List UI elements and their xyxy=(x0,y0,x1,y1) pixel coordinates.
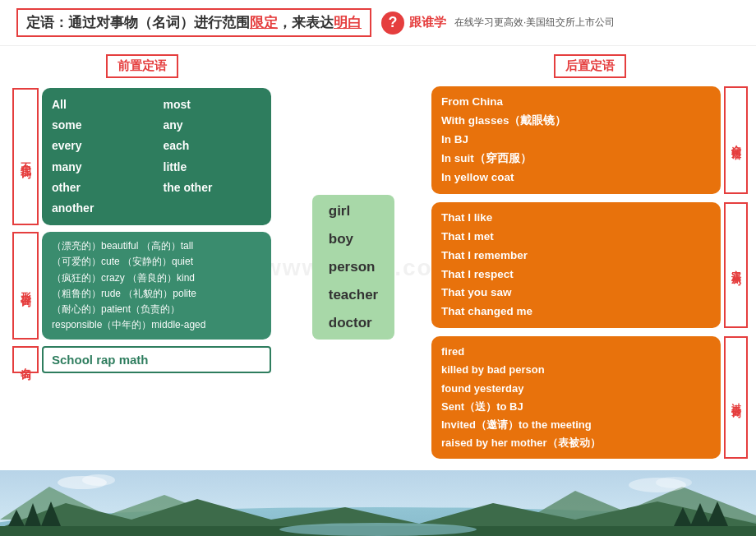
prep-3: In BJ xyxy=(441,131,711,150)
pronoun-some: some xyxy=(52,115,150,136)
clause-2: That I met xyxy=(441,228,711,247)
adj-4: （粗鲁的）rude （礼貌的）polite xyxy=(52,286,261,302)
noun-content: School rap math xyxy=(42,346,271,373)
prep-4: In suit（穿西服） xyxy=(441,150,711,169)
pronoun-many: many xyxy=(52,157,150,178)
main-content: 前置定语 不定代词 Allmost someany everyeach many… xyxy=(0,46,756,536)
center-panel: girl boy person teacher doctor xyxy=(279,46,427,536)
pronoun-another: another xyxy=(52,198,261,219)
pronoun-grid: Allmost someany everyeach manylittle oth… xyxy=(52,95,261,219)
past-2: killed by bad person xyxy=(441,361,711,379)
adj-block: 形容词 （漂亮的）beautiful （高的）tall （可爱的）cute （安… xyxy=(12,232,271,340)
logo-sub: 在线学习更高效·美国纽交所上市公司 xyxy=(454,16,615,30)
prep-block: From China With glasses（戴眼镜） In BJ In su… xyxy=(431,86,748,194)
logo-name: 跟谁学 xyxy=(409,15,446,30)
clause-6: That changed me xyxy=(441,303,711,321)
clause-block: That I like That I met That I remember T… xyxy=(431,202,748,329)
past-block: fired killed by bad person found yesterd… xyxy=(431,336,748,459)
past-4: Sent（送）to BJ xyxy=(441,398,711,416)
pronoun-the-other: the other xyxy=(164,178,262,198)
clause-3: That I remember xyxy=(441,247,711,266)
adj-5: （耐心的）patient（负责的） xyxy=(52,302,261,317)
title-text: 定语：通过对事物（名词）进行范围限定，来表达明白 xyxy=(26,15,362,30)
clause-label: 定语从句 xyxy=(724,202,748,329)
word-boy: boy xyxy=(329,231,353,247)
prep-2: With glasses（戴眼镜） xyxy=(441,112,711,131)
word-doctor: doctor xyxy=(329,315,372,331)
right-panel: 后置定语 From China With glasses（戴眼镜） In BJ … xyxy=(427,46,756,536)
noun-block: 名词 School rap math xyxy=(12,346,271,373)
center-word-box: girl boy person teacher doctor xyxy=(312,195,394,340)
prep-content: From China With glasses（戴眼镜） In BJ In su… xyxy=(431,86,721,194)
header: 定语：通过对事物（名词）进行范围限定，来表达明白 ? 跟谁学 在线学习更高效·美… xyxy=(0,0,756,46)
adj-6: responsible（中年的）middle-aged xyxy=(52,317,261,333)
pronoun-little: little xyxy=(164,157,262,178)
prep-label: 介词短语 xyxy=(724,86,748,194)
right-section-title: 后置定语 xyxy=(554,54,626,78)
pronoun-label: 不定代词 xyxy=(12,88,39,225)
adj-label: 形容词 xyxy=(12,232,39,340)
left-panel: 前置定语 不定代词 Allmost someany everyeach many… xyxy=(0,46,279,536)
svg-point-14 xyxy=(82,474,115,486)
landscape xyxy=(0,470,756,536)
clause-content: That I like That I met That I remember T… xyxy=(431,202,721,329)
clause-4: That I respect xyxy=(441,266,711,284)
adj-1: （漂亮的）beautiful （高的）tall xyxy=(52,238,261,254)
svg-point-12 xyxy=(279,523,477,536)
pronoun-content: Allmost someany everyeach manylittle oth… xyxy=(42,88,271,225)
pronoun-block: 不定代词 Allmost someany everyeach manylittl… xyxy=(12,88,271,225)
left-section-title: 前置定语 xyxy=(106,54,178,78)
word-person: person xyxy=(329,259,376,275)
pronoun-most: most xyxy=(164,95,262,115)
past-6: raised by her mother（表被动） xyxy=(441,434,711,452)
logo-area: ? 跟谁学 在线学习更高效·美国纽交所上市公司 xyxy=(381,12,615,35)
word-girl: girl xyxy=(329,203,350,219)
pronoun-other: other xyxy=(52,178,150,198)
adj-content: （漂亮的）beautiful （高的）tall （可爱的）cute （安静的）q… xyxy=(42,232,271,340)
past-5: Invited（邀请）to the meeting xyxy=(441,416,711,434)
pronoun-all: All xyxy=(52,95,150,115)
clause-1: That I like xyxy=(441,209,711,228)
pronoun-every: every xyxy=(52,136,150,156)
prep-1: From China xyxy=(441,93,711,112)
adj-2: （可爱的）cute （安静的）quiet xyxy=(52,254,261,270)
adj-3: （疯狂的）crazy （善良的）kind xyxy=(52,270,261,286)
past-label: 过去分词 xyxy=(724,336,748,459)
clause-5: That you saw xyxy=(441,284,711,303)
prep-5: In yellow coat xyxy=(441,169,711,187)
pronoun-each: each xyxy=(164,136,262,156)
header-title: 定语：通过对事物（名词）进行范围限定，来表达明白 xyxy=(16,8,371,37)
pronoun-any: any xyxy=(164,115,262,136)
svg-point-16 xyxy=(656,477,692,488)
past-3: found yesterday xyxy=(441,380,711,398)
logo-icon: ? xyxy=(381,12,404,35)
past-content: fired killed by bad person found yesterd… xyxy=(431,336,721,459)
word-teacher: teacher xyxy=(329,287,378,303)
noun-label: 名词 xyxy=(12,346,39,373)
past-1: fired xyxy=(441,343,711,361)
